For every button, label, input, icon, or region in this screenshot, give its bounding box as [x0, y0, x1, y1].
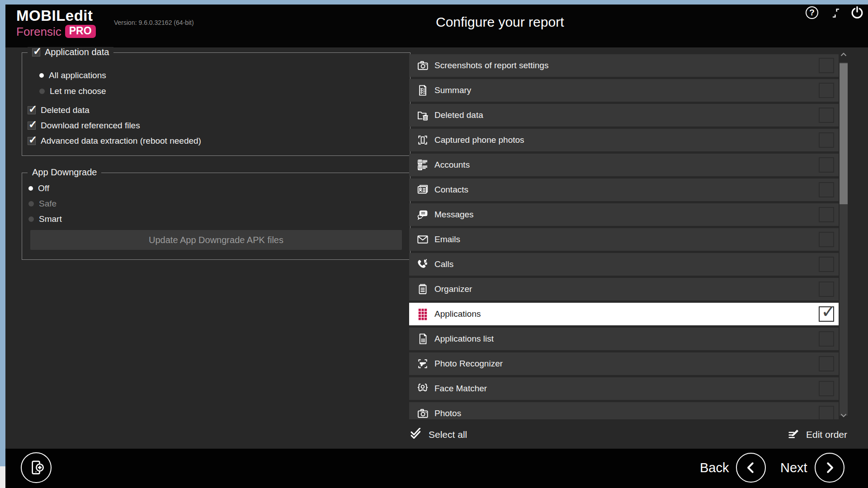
power-icon[interactable] — [850, 5, 864, 20]
back-label: Back — [700, 460, 729, 475]
app-downgrade-groupbox: App Downgrade Off Safe Smart Update App … — [22, 173, 410, 260]
logo-pro-badge: PRO — [65, 25, 96, 38]
report-item-label: Photos — [434, 408, 461, 418]
report-item-label: Photo Recognizer — [434, 359, 503, 369]
accounts-icon — [415, 157, 430, 173]
report-item-row[interactable]: Applications — [409, 303, 839, 325]
radio-dot-unselected — [28, 201, 34, 206]
checkbox-download-referenced-files[interactable]: Download referenced files — [28, 120, 140, 131]
report-item-row[interactable]: Face Matcher — [409, 377, 839, 400]
edit-pencil-icon — [787, 428, 800, 441]
phone-add-icon — [27, 459, 45, 477]
logo-forensic: Forensic — [16, 26, 61, 38]
list-scrollbar[interactable] — [840, 51, 848, 426]
camera-icon — [415, 58, 430, 73]
phone-frame-icon — [415, 132, 430, 148]
select-all-button[interactable]: Select all — [409, 428, 467, 441]
report-item-checkbox[interactable] — [819, 306, 834, 322]
application-data-label: Application data — [45, 47, 109, 57]
report-item-label: Contacts — [434, 185, 468, 195]
next-label: Next — [780, 460, 807, 475]
radio-label: Let me choose — [50, 86, 106, 96]
radio-all-applications[interactable]: All applications — [39, 70, 106, 81]
report-item-checkbox[interactable] — [819, 356, 834, 371]
report-item-checkbox[interactable] — [819, 132, 834, 148]
envelope-icon — [415, 232, 430, 247]
app-logo: MOBILedit Forensic PRO — [16, 8, 96, 38]
gun-frame-icon — [415, 356, 430, 371]
report-item-row[interactable]: Summary — [409, 79, 839, 102]
report-item-label: Applications — [434, 309, 481, 319]
report-item-checkbox[interactable] — [819, 282, 834, 297]
report-item-checkbox[interactable] — [819, 108, 834, 123]
report-item-row[interactable]: Screenshots of report settings — [409, 54, 839, 77]
help-icon[interactable]: ? — [806, 6, 818, 19]
summary-icon — [415, 83, 430, 98]
chevron-left-icon — [736, 453, 766, 483]
app-grid-icon — [415, 306, 430, 322]
report-item-checkbox[interactable] — [819, 381, 834, 396]
report-item-checkbox[interactable] — [819, 182, 834, 197]
list-footer-bar: Select all Edit order — [409, 423, 847, 446]
restore-window-icon[interactable] — [830, 7, 842, 19]
select-all-label: Select all — [429, 429, 467, 440]
scroll-up-icon[interactable] — [840, 51, 848, 59]
report-item-row[interactable]: Photo Recognizer — [409, 352, 839, 375]
report-item-label: Emails — [434, 235, 460, 244]
report-item-row[interactable]: Captured phone photos — [409, 129, 839, 151]
report-item-row[interactable]: Deleted data — [409, 104, 839, 127]
app-window: MOBILedit Forensic PRO Version: 9.6.0.32… — [0, 0, 868, 488]
radio-smart[interactable]: Smart — [28, 213, 62, 225]
edit-order-label: Edit order — [806, 429, 847, 440]
version-label: Version: 9.6.0.32162 (64-bit) — [114, 19, 194, 26]
report-item-label: Deleted data — [434, 110, 483, 120]
scrollbar-thumb[interactable] — [840, 63, 848, 204]
report-item-row[interactable]: Photos — [409, 402, 839, 419]
back-button[interactable]: Back — [700, 453, 766, 483]
report-item-row[interactable]: Accounts — [409, 154, 839, 176]
report-item-checkbox[interactable] — [819, 232, 834, 247]
checkbox-label: Advanced data extraction (reboot needed) — [41, 136, 201, 146]
report-item-label: Calls — [434, 259, 453, 269]
double-check-icon — [409, 428, 423, 441]
report-item-checkbox[interactable] — [819, 157, 834, 173]
application-data-checkbox[interactable] — [32, 48, 40, 56]
update-apk-button[interactable]: Update App Downgrade APK files — [30, 230, 402, 250]
checkbox-deleted-data[interactable]: Deleted data — [28, 104, 90, 116]
report-item-checkbox[interactable] — [819, 257, 834, 272]
application-data-groupbox: Application data All applications Let me… — [22, 52, 410, 156]
report-item-checkbox[interactable] — [819, 406, 834, 419]
report-item-list: Screenshots of report settingsSummaryDel… — [409, 54, 839, 419]
report-item-row[interactable]: Calls — [409, 253, 839, 276]
report-item-row[interactable]: Organizer — [409, 278, 839, 300]
report-item-label: Messages — [434, 210, 474, 220]
report-item-checkbox[interactable] — [819, 58, 834, 73]
radio-dot-selected — [39, 73, 44, 78]
report-item-label: Screenshots of report settings — [434, 61, 548, 70]
report-item-row[interactable]: Applications list — [409, 328, 839, 350]
scroll-down-icon[interactable] — [840, 411, 848, 419]
report-item-checkbox[interactable] — [819, 331, 834, 347]
radio-off[interactable]: Off — [28, 183, 49, 194]
page-title: Configure your report — [436, 14, 564, 30]
application-data-legend: Application data — [28, 47, 113, 57]
app-downgrade-label: App Downgrade — [32, 167, 97, 178]
report-item-row[interactable]: Contacts — [409, 178, 839, 201]
next-button[interactable]: Next — [780, 453, 844, 483]
face-frame-icon — [415, 381, 430, 396]
radio-let-me-choose[interactable]: Let me choose — [39, 85, 106, 97]
edit-order-button[interactable]: Edit order — [787, 428, 847, 441]
report-item-label: Summary — [434, 85, 471, 95]
report-item-row[interactable]: Messages — [409, 203, 839, 226]
radio-safe[interactable]: Safe — [28, 198, 57, 210]
report-item-row[interactable]: Emails — [409, 228, 839, 251]
radio-dot-unselected — [28, 216, 34, 222]
doc-grid-icon — [415, 331, 430, 347]
report-item-label: Accounts — [434, 160, 470, 170]
report-item-checkbox[interactable] — [819, 207, 834, 222]
radio-label: All applications — [49, 70, 106, 80]
checkbox-advanced-data-extraction[interactable]: Advanced data extraction (reboot needed) — [28, 135, 201, 147]
window-frame-top — [0, 0, 868, 5]
connect-phone-button[interactable] — [21, 452, 52, 483]
report-item-checkbox[interactable] — [819, 83, 834, 98]
